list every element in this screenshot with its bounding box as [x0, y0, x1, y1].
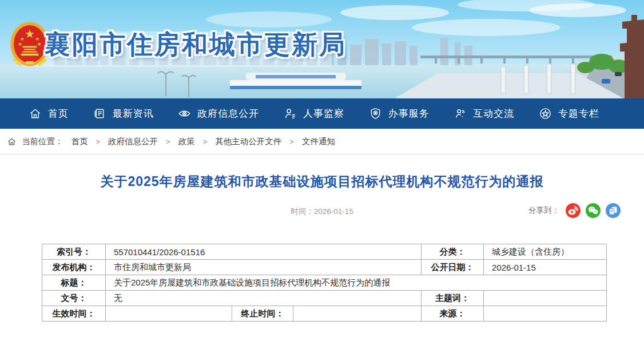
- nav-item-label: 办事服务: [388, 107, 430, 120]
- effective-date-label: 生效时间：: [42, 306, 106, 322]
- table-row: 标题： 关于2025年房屋建筑和市政基础设施项目招标代理机构不规范行为的通报: [42, 275, 607, 291]
- keywords-label: 主题词：: [422, 291, 484, 306]
- nav-item-news[interactable]: 最新资讯: [93, 107, 154, 120]
- end-date-value: [293, 306, 422, 322]
- svg-text:★: ★: [35, 36, 40, 42]
- eye-icon: [178, 107, 191, 120]
- svg-text:★: ★: [20, 36, 25, 42]
- table-row: 生效时间： 终止时间： 来源：: [42, 306, 607, 322]
- svg-text:★: ★: [18, 41, 22, 47]
- document-info-table: 索引号： 557010441/2026-01516 分类： 城乡建设（含住房） …: [42, 244, 607, 322]
- breadcrumb-label: 当前位置：: [22, 136, 63, 147]
- nav-item-personnel[interactable]: 人事监察: [284, 107, 344, 120]
- end-date-label: 终止时间：: [232, 306, 293, 322]
- article-meta-row: 时间：2026-01-15 分享到：: [0, 203, 644, 220]
- nav-item-label: 人事监察: [303, 107, 344, 120]
- publish-date-value: 2026-01-15: [484, 260, 607, 275]
- nav-item-label: 政府信息公开: [197, 107, 259, 120]
- time-label: 时间：: [291, 207, 314, 216]
- table-row: 文号： 无 主题词：: [42, 291, 607, 306]
- svg-text:★: ★: [25, 27, 35, 40]
- source-label: 来源：: [422, 306, 484, 322]
- publisher-label: 发布机构：: [42, 260, 106, 275]
- weibo-share-icon[interactable]: [566, 203, 581, 218]
- nav-item-info-disclosure[interactable]: 政府信息公开: [178, 107, 259, 120]
- time-value: 2026-01-15: [314, 207, 353, 216]
- source-value: [484, 306, 607, 322]
- nav-item-label: 最新资讯: [113, 107, 154, 120]
- main-nav: 首页 最新资讯 政府信息公开 人事监察 办事服务: [0, 98, 644, 129]
- publish-date-label: 公开日期：: [422, 260, 484, 275]
- article-title: 关于2025年房屋建筑和市政基础设施项目招标代理机构不规范行为的通报: [23, 173, 621, 191]
- share-label: 分享到：: [528, 205, 559, 216]
- share-bar: 分享到：: [528, 203, 621, 218]
- breadcrumb-item-home[interactable]: 首页: [71, 136, 88, 147]
- breadcrumb: 当前位置： 首页 > 政府信息公开 > 政策 > 其他主动公开文件 > 文件通知: [0, 129, 644, 154]
- nav-item-home[interactable]: 首页: [29, 107, 69, 120]
- breadcrumb-item-policy[interactable]: 政策: [178, 136, 195, 147]
- breadcrumb-item-file-notice[interactable]: 文件通知: [302, 136, 335, 147]
- person-icon: [284, 107, 297, 120]
- news-icon: [93, 107, 106, 120]
- nav-item-label: 互动交流: [473, 107, 514, 120]
- svg-text:★: ★: [37, 41, 42, 47]
- publisher-value: 市住房和城市更新局: [106, 260, 422, 275]
- chat-icon: [454, 107, 467, 120]
- index-number-label: 索引号：: [42, 244, 106, 260]
- nav-item-label: 首页: [48, 107, 69, 120]
- site-banner: ★ ★ ★ ★ ★ 襄阳市住房和城市更新局: [0, 0, 644, 98]
- doc-title-value: 关于2025年房屋建筑和市政基础设施项目招标代理机构不规范行为的通报: [106, 275, 607, 291]
- table-row: 发布机构： 市住房和城市更新局 公开日期： 2026-01-15: [42, 260, 607, 275]
- index-number-value: 557010441/2026-01516: [106, 244, 422, 260]
- keywords-value: [484, 291, 607, 306]
- breadcrumb-separator: >: [166, 137, 170, 146]
- category-label: 分类：: [422, 244, 484, 260]
- breadcrumb-home-icon: [7, 137, 17, 146]
- category-value: 城乡建设（含住房）: [484, 244, 607, 260]
- shield-icon: [369, 107, 382, 120]
- breadcrumb-separator: >: [203, 137, 208, 146]
- nav-item-services[interactable]: 办事服务: [369, 107, 430, 120]
- breadcrumb-separator: >: [289, 137, 294, 146]
- star-icon: [539, 107, 552, 120]
- table-row: 索引号： 557010441/2026-01516 分类： 城乡建设（含住房）: [42, 244, 607, 260]
- doc-title-label: 标题：: [42, 275, 106, 291]
- nav-item-special-topics[interactable]: 专题专栏: [539, 107, 599, 120]
- site-title: 襄阳市住房和城市更新局: [45, 27, 347, 62]
- nav-item-label: 专题专栏: [558, 107, 599, 120]
- wechat-share-icon[interactable]: [586, 203, 601, 218]
- national-emblem-icon: ★ ★ ★ ★ ★: [10, 21, 50, 70]
- effective-date-value: [106, 306, 232, 322]
- home-icon: [29, 107, 42, 120]
- breadcrumb-item-other-documents[interactable]: 其他主动公开文件: [215, 136, 281, 147]
- doc-number-value: 无: [106, 291, 422, 306]
- doc-number-label: 文号：: [42, 291, 106, 306]
- breadcrumb-separator: >: [96, 137, 101, 146]
- copy-link-share-icon[interactable]: [606, 203, 621, 218]
- breadcrumb-item-info-disclosure[interactable]: 政府信息公开: [108, 136, 158, 147]
- nav-item-interaction[interactable]: 互动交流: [454, 107, 514, 120]
